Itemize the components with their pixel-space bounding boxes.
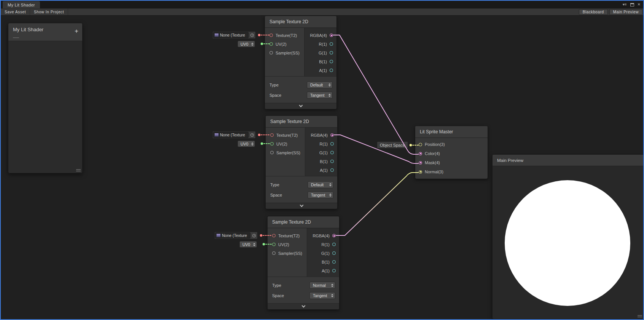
port-row-r: R(1) [305, 139, 337, 148]
collapse-preview-button[interactable] [266, 203, 337, 209]
main-preview-toggle-button[interactable]: Main Preview [609, 9, 642, 15]
space-dropdown[interactable]: Tangent [308, 192, 333, 198]
node-sample-texture-2d-1[interactable]: Sample Texture 2D Texture(T2) UV(2) Samp… [265, 16, 337, 109]
r-output-port[interactable] [332, 243, 336, 246]
texture-input-port[interactable] [269, 34, 273, 37]
uv-channel-dropdown-3[interactable]: UV0 [239, 241, 257, 248]
collapse-preview-button[interactable] [265, 103, 336, 109]
rgba-output-label: RGBA(4) [312, 234, 330, 238]
object-picker-button[interactable] [249, 34, 255, 37]
sampler-input-port[interactable] [272, 251, 276, 255]
port-row-uv: UV(2) [266, 139, 305, 148]
blackboard-toggle-button[interactable]: Blackboard [579, 9, 608, 15]
port-row-texture: Texture(T2) [268, 231, 307, 240]
texture-input-port[interactable] [272, 234, 276, 237]
node-sample-texture-2d-3[interactable]: Sample Texture 2D Texture(T2) UV(2) Samp… [267, 216, 340, 310]
blackboard-resize-handle[interactable] [76, 169, 81, 171]
main-preview-panel[interactable]: Main Preview [492, 154, 644, 319]
texture-object-field-3[interactable]: None (Texture [214, 232, 258, 239]
uv-input-port[interactable] [270, 142, 274, 146]
uv-channel-dropdown-2[interactable]: UV0 [238, 141, 255, 147]
pane-menu-icon[interactable]: ▾≡ [623, 3, 627, 6]
node-header[interactable]: Sample Texture 2D [268, 216, 339, 228]
blackboard-header[interactable]: My Lit Shader + [8, 23, 82, 41]
node-sample-texture-2d-2[interactable]: Sample Texture 2D Texture(T2) UV(2) Samp… [265, 115, 338, 209]
close-icon[interactable]: ✕ [638, 3, 641, 6]
tab-my-lit-shader[interactable]: My Lit Shader [3, 1, 40, 8]
a-output-port[interactable] [330, 168, 334, 172]
rgba-output-port[interactable] [332, 234, 336, 237]
position-input-port[interactable] [419, 143, 422, 146]
maximize-icon[interactable] [630, 3, 634, 6]
main-preview-header[interactable]: Main Preview [493, 155, 644, 166]
color-input-port[interactable] [419, 152, 422, 155]
sampler-input-port[interactable] [269, 51, 273, 54]
texture-object-field-1[interactable]: None (Texture [212, 31, 256, 39]
blackboard-panel[interactable]: My Lit Shader + [8, 23, 83, 173]
g-output-port[interactable] [330, 151, 334, 154]
type-dropdown[interactable]: Normal [309, 282, 335, 289]
node-lit-sprite-master[interactable]: Lit Sprite Master Position(3) Color(4) M… [415, 126, 488, 179]
texture-thumbnail-icon [214, 133, 219, 137]
add-property-button[interactable]: + [75, 28, 78, 34]
node-header[interactable]: Lit Sprite Master [415, 126, 488, 138]
object-picker-button[interactable] [251, 234, 257, 237]
r-output-port[interactable] [330, 42, 333, 46]
texture-field[interactable]: None (Texture [213, 32, 249, 38]
texture-field[interactable]: None (Texture [215, 232, 250, 238]
texture-field[interactable]: None (Texture [213, 132, 249, 138]
uv-channel-dropdown-1[interactable]: UV0 [238, 41, 255, 47]
b-output-port[interactable] [332, 260, 336, 264]
g-output-port[interactable] [332, 251, 336, 255]
space-dropdown[interactable]: Tangent [307, 92, 333, 99]
main-preview-resize-handle[interactable] [638, 315, 642, 317]
uv-input-label: UV(2) [276, 142, 287, 146]
show-in-project-button[interactable]: Show In Project [30, 9, 68, 15]
a-output-port[interactable] [330, 69, 333, 72]
g-output-port[interactable] [330, 51, 333, 54]
chevron-down-icon [300, 203, 303, 207]
port-row-g: G(1) [307, 249, 339, 258]
port-row-position: Position(3) [419, 140, 488, 149]
rgba-output-port[interactable] [330, 133, 334, 137]
texture-input-port[interactable] [270, 133, 274, 137]
r-output-port[interactable] [330, 142, 334, 146]
collapse-preview-button[interactable] [268, 303, 339, 309]
space-dropdown-value: Tangent [311, 193, 329, 197]
rgba-output-port[interactable] [330, 34, 333, 37]
rgba-output-label: RGBA(4) [311, 133, 328, 138]
uv-input-port[interactable] [269, 42, 273, 46]
b-output-label: B(1) [320, 159, 328, 164]
port-row-sampler: Sampler(SS) [266, 148, 305, 157]
dropdown-arrows-icon [328, 94, 331, 97]
node-header[interactable]: Sample Texture 2D [265, 16, 336, 28]
node-controls: Type Normal Space Tangent [268, 277, 339, 303]
type-dropdown[interactable]: Default [307, 82, 333, 88]
r-output-label: R(1) [320, 142, 328, 146]
rgba-output-label: RGBA(4) [310, 33, 327, 38]
normal-input-port[interactable] [419, 170, 422, 174]
type-dropdown[interactable]: Default [308, 181, 333, 188]
space-dropdown[interactable]: Tangent [309, 292, 335, 299]
object-picker-button[interactable] [249, 133, 255, 137]
texture-object-field-2[interactable]: None (Texture [212, 131, 256, 139]
mask-input-port[interactable] [419, 161, 422, 165]
port-row-color: Color(4) [419, 149, 488, 158]
b-output-port[interactable] [330, 60, 333, 63]
port-row-rgba: RGBA(4) [307, 231, 339, 240]
port-row-a: A(1) [307, 266, 339, 275]
node-header[interactable]: Sample Texture 2D [266, 116, 337, 128]
color-input-label: Color(4) [425, 151, 440, 156]
output-port-column: RGBA(4) R(1) G(1) B(1) A(1) [304, 28, 336, 76]
uv-dropdown-value: UV0 [241, 42, 251, 46]
sampler-input-label: Sampler(SS) [276, 51, 300, 55]
save-asset-button[interactable]: Save Asset [1, 9, 30, 15]
position-space-dropdown[interactable]: Object Space [377, 141, 408, 149]
b-output-port[interactable] [330, 160, 334, 163]
port-row-sampler: Sampler(SS) [265, 48, 304, 57]
type-label: Type [272, 283, 281, 288]
a-output-port[interactable] [332, 269, 336, 272]
sampler-input-port[interactable] [270, 151, 274, 154]
input-port-column: Texture(T2) UV(2) Sampler(SS) [266, 128, 305, 176]
uv-input-port[interactable] [272, 243, 276, 246]
